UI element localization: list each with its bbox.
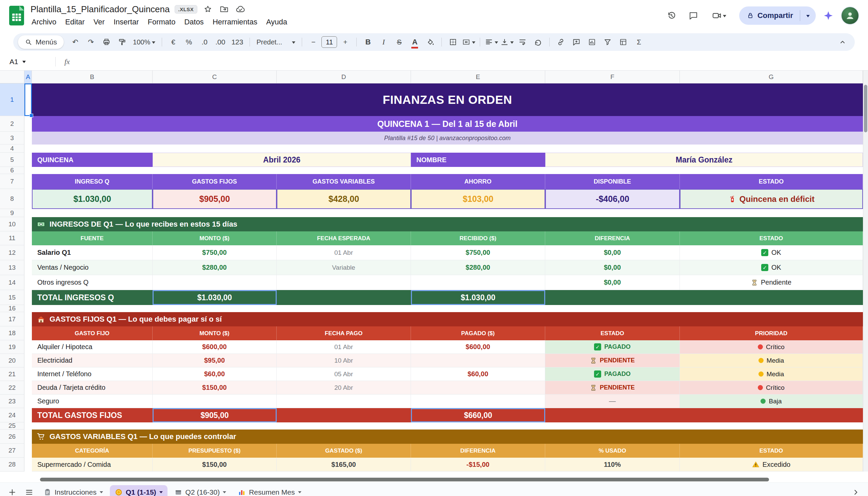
cell-G13[interactable]: ✓OK: [680, 260, 863, 275]
row-header-24[interactable]: 24: [0, 408, 25, 422]
cell-B12[interactable]: Salario Q1: [32, 245, 152, 260]
cell-A6[interactable]: [25, 167, 32, 174]
cell-E18[interactable]: PAGADO ($): [411, 326, 545, 340]
document-title[interactable]: Plantilla_15_Planificador_Quincena: [31, 4, 170, 15]
col-header-A[interactable]: A: [25, 71, 32, 83]
cell-F20[interactable]: PENDIENTE: [545, 354, 680, 368]
cell-E14[interactable]: [411, 275, 545, 290]
number-format-button[interactable]: 123: [228, 35, 246, 49]
cell-B15[interactable]: TOTAL INGRESOS Q: [32, 290, 152, 305]
cell-D24[interactable]: [277, 408, 411, 422]
cell-D12[interactable]: 01 Abr: [277, 245, 411, 260]
cell-D21[interactable]: 05 Abr: [277, 368, 411, 381]
share-button[interactable]: Compartir: [739, 6, 816, 25]
cell-F11[interactable]: DIFERENCIA: [545, 231, 680, 245]
cell-G15[interactable]: [680, 290, 863, 305]
cell-B13[interactable]: Ventas / Negocio: [32, 260, 152, 275]
row-header-2[interactable]: 2: [0, 116, 25, 131]
all-sheets-button[interactable]: [22, 485, 37, 496]
insert-chart-button[interactable]: [584, 35, 599, 49]
print-button[interactable]: [99, 35, 114, 49]
cell-B27[interactable]: CATEGORÍA: [32, 444, 152, 458]
cell-E21[interactable]: $60,00: [411, 368, 545, 381]
menu-formato[interactable]: Formato: [143, 16, 180, 28]
cell-A28[interactable]: [25, 458, 32, 471]
cell-A4[interactable]: [25, 144, 32, 153]
cell-A17[interactable]: [25, 312, 32, 326]
cell-C22[interactable]: $150,00: [152, 381, 277, 394]
row-header-25[interactable]: 25: [0, 422, 25, 430]
cell-C28[interactable]: $150,00: [152, 458, 277, 471]
cell-G7[interactable]: ESTADO: [680, 174, 863, 189]
insert-comment-button[interactable]: [569, 35, 584, 49]
cell-B11[interactable]: FUENTE: [32, 231, 152, 245]
cell-B28[interactable]: Supermercado / Comida: [32, 458, 152, 471]
cell-B5[interactable]: QUINCENA: [32, 153, 152, 167]
horizontal-scrollbar-thumb[interactable]: [40, 478, 769, 481]
cell-C14[interactable]: [152, 275, 277, 290]
cell-F5[interactable]: María González: [545, 153, 863, 167]
menu-insertar[interactable]: Insertar: [109, 16, 143, 28]
cell-F7[interactable]: DISPONIBLE: [545, 174, 680, 189]
cell-D27[interactable]: GASTADO ($): [277, 444, 411, 458]
cell-C11[interactable]: MONTO ($): [152, 231, 277, 245]
tab-q2-16-30[interactable]: Q2 (16-30): [170, 485, 231, 496]
undo-button[interactable]: ↶: [68, 35, 83, 49]
row-header-16[interactable]: 16: [0, 305, 25, 312]
cell-B20[interactable]: Electricidad: [32, 354, 152, 368]
cell-A9[interactable]: [25, 209, 32, 217]
share-main[interactable]: Compartir: [739, 6, 800, 25]
cell-A1[interactable]: [25, 83, 32, 116]
row-header-19[interactable]: 19: [0, 340, 25, 354]
cell-A2[interactable]: [25, 116, 32, 131]
cell-C8[interactable]: $905,00: [152, 189, 277, 209]
cell-F28[interactable]: 110%: [545, 458, 680, 471]
cell-A23[interactable]: [25, 394, 32, 408]
row-header-5[interactable]: 5: [0, 153, 25, 167]
add-sheet-button[interactable]: [5, 485, 20, 496]
tab-instrucciones[interactable]: Instrucciones: [39, 485, 108, 496]
text-wrap-button[interactable]: [515, 35, 530, 49]
cell-E8[interactable]: $103,00: [411, 189, 545, 209]
name-box[interactable]: A1: [0, 58, 55, 66]
cell-B22[interactable]: Deuda / Tarjeta crédito: [32, 381, 152, 394]
cell-F19[interactable]: ✓PAGADO: [545, 340, 680, 354]
cell-G21[interactable]: Media: [680, 368, 863, 381]
menu-ayuda[interactable]: Ayuda: [262, 16, 292, 28]
cell-E23[interactable]: [411, 394, 545, 408]
cell-G20[interactable]: Media: [680, 354, 863, 368]
increase-font-size-button[interactable]: +: [338, 35, 353, 49]
create-filter-button[interactable]: [600, 35, 615, 49]
zoom-select[interactable]: 100%: [130, 35, 158, 49]
cell-G22[interactable]: Crítico: [680, 381, 863, 394]
cell-A24[interactable]: [25, 408, 32, 422]
cell-D20[interactable]: 10 Abr: [277, 354, 411, 368]
cell-F22[interactable]: PENDIENTE: [545, 381, 680, 394]
cell-A15[interactable]: [25, 290, 32, 305]
cell-D13[interactable]: Variable: [277, 260, 411, 275]
functions-button[interactable]: Σ: [631, 35, 646, 49]
cell-F18[interactable]: ESTADO: [545, 326, 680, 340]
cell-E5[interactable]: NOMBRE: [411, 153, 545, 167]
table-views-button[interactable]: [616, 35, 631, 49]
menu-archivo[interactable]: Archivo: [27, 16, 61, 28]
cell-G23[interactable]: Baja: [680, 394, 863, 408]
row-header-8[interactable]: 8: [0, 189, 25, 209]
cell-B1[interactable]: FINANZAS EN ORDEN: [32, 83, 863, 116]
row-header-15[interactable]: 15: [0, 290, 25, 305]
cell-B23[interactable]: Seguro: [32, 394, 152, 408]
cell-E7[interactable]: AHORRO: [411, 174, 545, 189]
cell-G12[interactable]: ✓OK: [680, 245, 863, 260]
row-header-12[interactable]: 12: [0, 245, 25, 260]
comments-icon[interactable]: [684, 6, 703, 25]
cell-B24[interactable]: TOTAL GASTOS FIJOS: [32, 408, 152, 422]
cell-A8[interactable]: [25, 189, 32, 209]
row-9-blank[interactable]: [32, 209, 863, 217]
cell-A3[interactable]: [25, 131, 32, 144]
cell-D18[interactable]: FECHA PAGO: [277, 326, 411, 340]
cell-A20[interactable]: [25, 354, 32, 368]
row-header-28[interactable]: 28: [0, 458, 25, 471]
col-header-B[interactable]: B: [32, 71, 152, 83]
cell-C5[interactable]: Abril 2026: [152, 153, 411, 167]
cell-A12[interactable]: [25, 245, 32, 260]
